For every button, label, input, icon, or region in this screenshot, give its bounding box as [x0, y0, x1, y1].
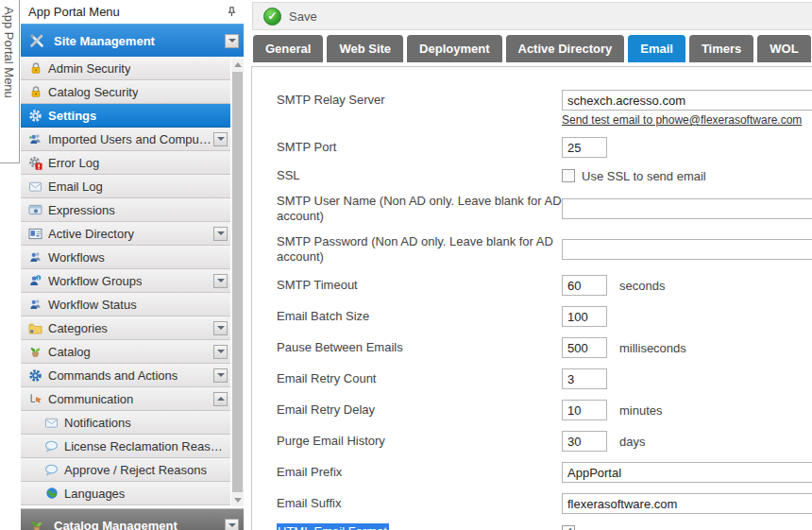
- sidebar-item-notifications[interactable]: Notifications: [21, 411, 230, 435]
- chevron-down-icon[interactable]: [213, 321, 228, 335]
- sidebar-group-site-management[interactable]: Site Management: [21, 24, 244, 57]
- users-icon: [26, 250, 44, 264]
- group-label: Site Management: [54, 34, 155, 48]
- tab-timers[interactable]: Timers: [689, 35, 753, 62]
- pin-icon[interactable]: [226, 6, 238, 18]
- plant-icon: [26, 345, 44, 358]
- sidebar-header: App Portal Menu: [21, 0, 244, 24]
- scroll-down-icon[interactable]: [231, 494, 244, 506]
- tab-email[interactable]: Email: [628, 35, 685, 62]
- sidebar-item-approve-reject-reasons[interactable]: Approve / Reject Reasons: [21, 458, 230, 482]
- user-info-icon: [26, 274, 44, 287]
- gear-icon: [26, 109, 44, 123]
- form-row-ssl: SSL Use SSL to send email: [277, 168, 812, 183]
- highlighted-label: HTML Email Format: [277, 523, 389, 530]
- tab-general[interactable]: General: [253, 35, 323, 62]
- chevron-down-icon[interactable]: [213, 345, 228, 359]
- email-suffix-input[interactable]: [562, 493, 812, 514]
- sidebar-item-active-directory[interactable]: Active Directory: [21, 222, 230, 246]
- sidebar-item-catalog[interactable]: Catalog: [21, 340, 230, 364]
- unit-label: seconds: [619, 279, 665, 293]
- form-row-purge-history: Purge Email History days: [277, 431, 812, 452]
- smtp-timeout-input[interactable]: [562, 275, 607, 296]
- smtp-relay-server-input[interactable]: [562, 90, 812, 111]
- email-batch-size-input[interactable]: [562, 306, 607, 327]
- form-row-smtp-port: SMTP Port: [277, 137, 812, 158]
- field-label: SMTP Timeout: [277, 278, 562, 293]
- sidebar-item-languages[interactable]: Languages: [21, 482, 230, 505]
- sidebar-item-catalog-security[interactable]: Catalog Security: [21, 80, 230, 104]
- smtp-port-input[interactable]: [562, 137, 607, 158]
- sidebar-item-workflows[interactable]: Workflows: [21, 246, 230, 269]
- field-label: SSL: [277, 168, 562, 183]
- form-row-smtp-relay: SMTP Relay Server Send test email to pho…: [277, 90, 812, 127]
- sidebar-item-expressions[interactable]: Expressions: [21, 198, 230, 222]
- field-label: Pause Between Emails: [277, 340, 562, 355]
- save-button[interactable]: ✓ Save: [263, 8, 317, 26]
- tab-bar: General Web Site Deployment Active Direc…: [253, 35, 812, 62]
- chevron-up-icon[interactable]: [213, 392, 228, 406]
- gear-icon: [26, 368, 44, 383]
- sidebar-item-communication[interactable]: Communication: [21, 387, 230, 411]
- field-label: SMTP User Name (Non AD only. Leave blank…: [277, 194, 562, 224]
- sidebar-item-workflow-status[interactable]: Workflow Status: [21, 293, 230, 316]
- chevron-down-icon[interactable]: [225, 34, 239, 48]
- users-icon: [26, 298, 44, 311]
- field-label: Email Batch Size: [277, 309, 562, 324]
- scroll-up-icon[interactable]: [231, 59, 244, 71]
- flag-icon: [26, 392, 44, 405]
- html-email-format-checkbox[interactable]: [562, 525, 575, 530]
- field-label: Email Suffix: [277, 496, 562, 511]
- sidebar-scrollbar[interactable]: [231, 59, 244, 506]
- email-retry-delay-input[interactable]: [562, 400, 607, 420]
- email-prefix-input[interactable]: [562, 462, 812, 483]
- sidebar-item-categories[interactable]: Categories: [21, 316, 230, 340]
- sidebar-item-settings[interactable]: Settings: [21, 104, 230, 128]
- field-label: Email Retry Delay: [277, 402, 562, 418]
- envelope-icon: [42, 417, 60, 429]
- scrollbar-thumb[interactable]: [232, 72, 243, 492]
- form-row-batch-size: Email Batch Size: [277, 306, 812, 327]
- lock-icon: [26, 85, 44, 98]
- form-row-smtp-password: SMTP Password (Non AD only. Leave blank …: [277, 234, 812, 265]
- globe-icon: [42, 487, 60, 500]
- speech-bubble-icon: [42, 440, 60, 453]
- smtp-password-input[interactable]: [562, 239, 812, 260]
- pause-between-emails-input[interactable]: [562, 337, 607, 358]
- form-row-html-format: HTML Email Format: [277, 524, 812, 530]
- toolbar: ✓ Save: [252, 2, 812, 30]
- chevron-down-icon[interactable]: [213, 274, 228, 288]
- field-label: SMTP Port: [277, 140, 562, 155]
- app-portal-menu-vertical-tab[interactable]: App Portal Menu: [0, 0, 20, 163]
- email-settings-panel: SMTP Relay Server Send test email to pho…: [251, 66, 812, 530]
- sidebar-title: App Portal Menu: [28, 5, 120, 19]
- tab-active-directory[interactable]: Active Directory: [506, 35, 625, 62]
- field-label: HTML Email Format: [277, 524, 562, 530]
- tab-web-site[interactable]: Web Site: [327, 35, 403, 62]
- sidebar-item-commands-and-actions[interactable]: Commands and Actions: [21, 364, 230, 387]
- sidebar-item-admin-security[interactable]: Admin Security: [21, 57, 230, 80]
- sidebar-item-email-log[interactable]: Email Log: [21, 175, 230, 198]
- smtp-user-name-input[interactable]: [562, 198, 812, 219]
- unit-label: minutes: [619, 403, 663, 418]
- use-ssl-checkbox[interactable]: [562, 169, 575, 182]
- email-retry-count-input[interactable]: [562, 368, 607, 389]
- sidebar: App Portal Menu Site Management Admin Se…: [21, 0, 244, 530]
- sidebar-group-catalog-management[interactable]: Catalog Management: [21, 508, 244, 530]
- chevron-down-icon[interactable]: [213, 368, 228, 383]
- speech-bubble-icon: [42, 464, 60, 476]
- chevron-down-icon[interactable]: [213, 132, 228, 146]
- sidebar-item-license-reclamation-reasons[interactable]: License Reclamation Reasons: [21, 435, 230, 458]
- sidebar-item-workflow-groups[interactable]: Workflow Groups: [21, 269, 230, 293]
- field-label: Purge Email History: [277, 434, 562, 449]
- field-label: SMTP Password (Non AD only. Leave blank …: [277, 234, 562, 265]
- tab-wol[interactable]: WOL: [757, 35, 810, 62]
- chevron-down-icon[interactable]: [213, 227, 228, 241]
- form-row-pause: Pause Between Emails milliseconds: [277, 337, 812, 358]
- purge-email-history-input[interactable]: [562, 431, 607, 452]
- sidebar-item-error-log[interactable]: Error Log: [21, 151, 230, 175]
- send-test-email-link[interactable]: Send test email to phowe@flexerasoftware…: [562, 113, 802, 127]
- tab-deployment[interactable]: Deployment: [407, 35, 501, 62]
- sidebar-item-imported-users-and-computers[interactable]: Imported Users and Computers: [21, 128, 230, 151]
- chevron-down-icon[interactable]: [225, 519, 239, 530]
